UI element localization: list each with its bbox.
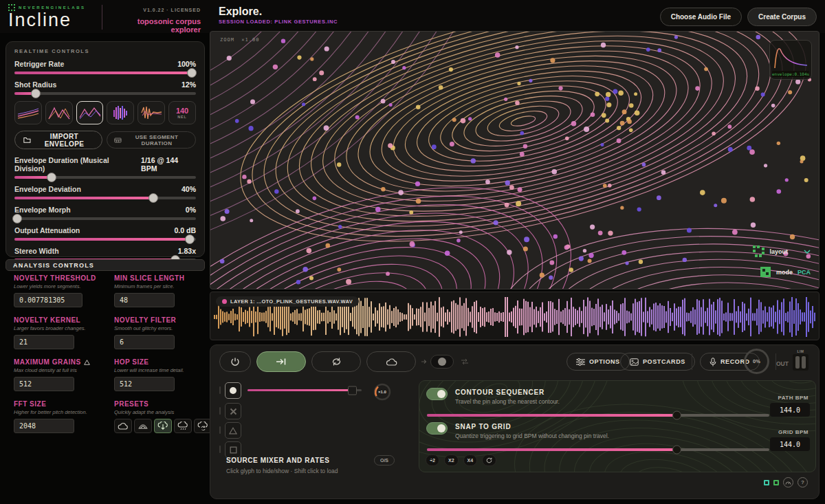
postcards-button[interactable]: POSTCARDS xyxy=(620,353,695,371)
maximum-grains-field: MAXIMUM GRAINS Max cloud density at full… xyxy=(14,358,109,391)
min-slice-length-input[interactable]: 48 xyxy=(114,293,175,307)
quad-tempo-button[interactable]: X4 xyxy=(463,454,478,466)
record-gain-ring[interactable]: 0% xyxy=(744,349,769,374)
contour-sequencer-row: CONTOUR SEQUENCER Travel the pin along t… xyxy=(419,388,815,422)
hop-size-input[interactable]: 512 xyxy=(114,377,175,391)
output-limiter-meter[interactable] xyxy=(793,354,808,371)
realtime-controls-title: REALTIME CONTROLS xyxy=(14,48,196,54)
path-bpm-label: PATH BPM xyxy=(778,395,808,401)
fft-size-input[interactable]: 2048 xyxy=(14,419,74,433)
envelope-lines-icon xyxy=(16,105,40,121)
help-icon[interactable]: ? xyxy=(798,477,808,487)
envelope-squiggle-icon xyxy=(140,105,163,121)
envelope-shape-140-nel-button[interactable]: 140 NEL xyxy=(168,101,196,124)
output-attenuation-slider[interactable]: Output Attenuation0.0 dB xyxy=(14,226,196,241)
novelty-threshold-input[interactable]: 0.007781305 xyxy=(14,293,82,307)
novelty-filter-field: NOVELTY FILTER Smooth out glitchy errors… xyxy=(114,316,212,349)
source-x-glyph-button[interactable] xyxy=(225,403,241,419)
source-triangle-glyph-button[interactable] xyxy=(225,422,241,439)
choose-audio-file-button[interactable]: Choose Audio File xyxy=(660,8,742,26)
layout-pixel-icon xyxy=(753,245,764,257)
cloud-icon xyxy=(386,358,397,366)
snap-to-grid-row: SNAP TO GRID Quantize triggering to grid… xyxy=(419,422,815,457)
source-level-slider[interactable] xyxy=(248,389,362,391)
corpus-map[interactable]: ZOOM ×1.00 envelope:0.104s layout mode P… xyxy=(210,31,820,289)
analysis-controls-header: ANALYSIS CONTROLS xyxy=(6,259,205,271)
path-bpm-input[interactable]: 144.0 xyxy=(770,403,810,417)
snap-to-grid-desc: Quantize triggering to grid BPM without … xyxy=(455,432,609,439)
snap-to-grid-toggle[interactable] xyxy=(426,422,448,435)
envelope-preview[interactable]: envelope:0.104s xyxy=(769,40,812,80)
oversample-pill[interactable]: O/S xyxy=(374,455,395,465)
loop-button[interactable] xyxy=(311,351,361,372)
preset-cloud-layers-button[interactable] xyxy=(134,419,152,433)
header: NEVERENGINELABS Incline V1.0.22 · LICENS… xyxy=(0,0,825,33)
preset-cloud-button[interactable] xyxy=(114,419,132,433)
performance-gauge-icon[interactable] xyxy=(783,477,793,487)
tick xyxy=(219,446,221,453)
version-label: V1.0.22 · LICENSED xyxy=(107,8,201,12)
envelope-morph-slider[interactable]: Envelope Morph0% xyxy=(14,206,196,220)
envelope-duration-badge: envelope:0.104s xyxy=(772,71,809,77)
chevron-down-icon[interactable] xyxy=(804,250,811,254)
novelty-kernel-input[interactable]: 21 xyxy=(14,335,74,349)
mixer-title: SOURCE MIXER AND RATES xyxy=(226,457,329,464)
create-corpus-button[interactable]: Create Corpus xyxy=(747,8,817,26)
mini-toggle-knob xyxy=(438,358,446,366)
novelty-filter-input[interactable]: 6 xyxy=(114,335,175,349)
preset-cloud-download-button[interactable] xyxy=(154,419,172,433)
tick xyxy=(219,426,221,434)
waveform-strip[interactable]: LAYER 1: ...OTO_PLINK_GESTURES.WAV.WAV xyxy=(210,292,820,340)
options-sliders-icon xyxy=(576,358,585,366)
page-title: Explore. xyxy=(219,6,338,18)
layer-chip[interactable]: LAYER 1: ...OTO_PLINK_GESTURES.WAV.WAV xyxy=(216,296,359,307)
envelope-peaks-icon xyxy=(47,105,71,121)
toggle-knob xyxy=(437,390,446,398)
envelope-ramp-icon xyxy=(78,105,102,121)
envelope-duration-slider[interactable]: Envelope Duration (Musical Division)1/16… xyxy=(14,156,196,179)
preset-cloud-rain-button[interactable] xyxy=(174,419,192,433)
rate-knob[interactable]: ×1.0 xyxy=(373,382,392,402)
source-circle-glyph-button[interactable] xyxy=(225,382,241,399)
envelope-shape-cloud-button[interactable] xyxy=(107,101,134,124)
use-segment-duration-button[interactable]: USE SEGMENT DURATION xyxy=(107,131,196,149)
envelope-shape-lines-button[interactable] xyxy=(14,101,42,124)
grid-bpm-slider[interactable] xyxy=(427,448,769,451)
source-square-glyph-button[interactable] xyxy=(225,441,241,458)
session-status: SESSION LOADED: PLINK GESTURES.INC xyxy=(219,19,338,25)
contour-sequencer-toggle[interactable] xyxy=(426,388,448,400)
envelope-shape-peaks-button[interactable] xyxy=(45,101,73,124)
envelope-shape-ramp-button[interactable] xyxy=(76,101,104,124)
view-square-teal-toggle[interactable] xyxy=(764,480,769,485)
half-tempo-button[interactable]: ÷2 xyxy=(426,454,439,466)
mini-toggle[interactable] xyxy=(430,355,454,369)
novelty-threshold-field: NOVELTY THRESHOLD Lower yields more segm… xyxy=(14,274,109,307)
shot-radius-slider[interactable]: Shot Radius 12% xyxy=(14,80,196,95)
power-icon xyxy=(230,357,240,366)
cloud-mode-button[interactable] xyxy=(366,351,416,372)
mode-control[interactable]: mode PCA xyxy=(760,266,811,278)
path-bpm-slider[interactable] xyxy=(427,414,769,417)
layer-label: LAYER 1: ...OTO_PLINK_GESTURES.WAV.WAV xyxy=(230,298,353,305)
skip-to-end-icon xyxy=(276,358,287,366)
import-envelope-button[interactable]: IMPORT ENVELOPE xyxy=(14,131,102,149)
warning-triangle-icon xyxy=(84,360,90,365)
view-square-green-toggle[interactable] xyxy=(773,480,779,485)
layout-control[interactable]: layout xyxy=(753,245,811,257)
microphone-icon xyxy=(710,358,716,366)
cloud-layers-icon xyxy=(138,422,148,430)
refresh-icon xyxy=(486,457,492,463)
retrigger-rate-slider[interactable]: Retrigger Rate 100% xyxy=(14,60,196,74)
double-tempo-button[interactable]: X2 xyxy=(444,454,459,466)
grid-bpm-input[interactable]: 144.0 xyxy=(770,437,810,451)
swap-icon[interactable] xyxy=(461,358,469,365)
maximum-grains-input[interactable]: 512 xyxy=(14,377,74,391)
play-to-end-button[interactable] xyxy=(256,351,306,372)
cloud-sync-icon xyxy=(197,421,208,430)
power-button[interactable] xyxy=(219,351,251,372)
square-glyph-icon xyxy=(230,446,237,454)
novelty-kernel-field: NOVELTY KERNEL Larger favors broader cha… xyxy=(14,316,109,349)
reset-tempo-button[interactable] xyxy=(482,454,496,466)
envelope-deviation-slider[interactable]: Envelope Deviation40% xyxy=(14,185,196,199)
envelope-shape-squiggle-button[interactable] xyxy=(138,101,165,124)
